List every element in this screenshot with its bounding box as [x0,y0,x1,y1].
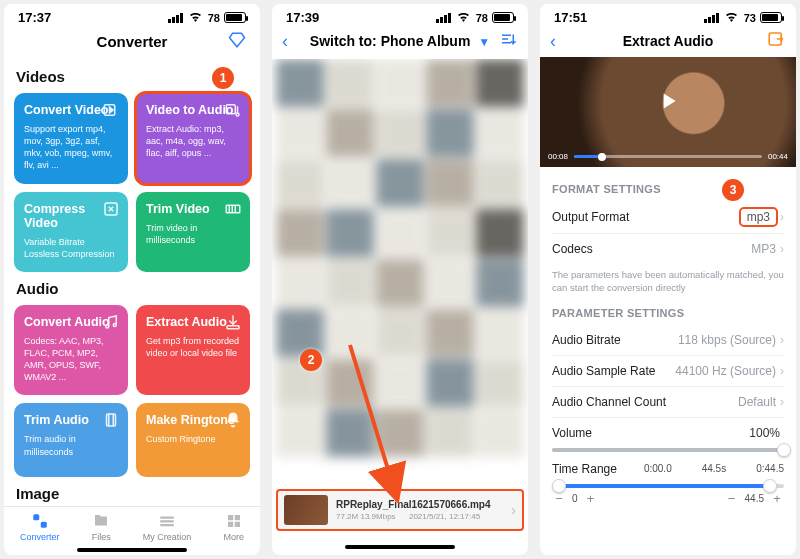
back-button[interactable]: ‹ [550,31,556,52]
annotation-badge-1: 1 [212,67,234,89]
row-value: Default [738,395,776,409]
tab-label: My Creation [143,532,192,542]
svg-rect-7 [227,326,239,329]
range-end-value: 44.5 [745,493,764,504]
trim-audio-icon [102,411,120,429]
card-trim-audio[interactable]: Trim Audio Trim audio in milliseconds [14,403,128,477]
row-value: 100% [749,426,780,440]
row-label: Codecs [552,242,751,256]
video-timebar[interactable]: 00:08 00:44 [548,152,788,161]
card-trim-video[interactable]: Trim Video Trim video in milliseconds [136,192,250,272]
card-video-to-audio[interactable]: Video to Audio Extract Audio: mp3, aac, … [136,93,250,184]
battery-pct: 73 [744,12,756,24]
file-detail: 77.2M 13.9Mbps 2021/5/21, 12:17:45 [336,512,491,521]
row-value: MP3 [751,242,776,256]
svg-rect-9 [33,514,39,520]
page-title: Converter [97,33,168,50]
trim-icon [224,200,242,218]
wifi-icon [457,12,470,24]
status-bar: 17:39 78 [272,4,528,27]
back-button[interactable]: ‹ [282,31,288,52]
wifi-icon [189,12,202,24]
photo-grid[interactable]: 2 RPReplay_Final1621570666.mp4 77.2M 13.… [272,59,528,555]
card-desc: Trim audio in milliseconds [24,433,118,457]
row-value: mp3 [741,209,776,225]
time-range-slider[interactable] [552,484,784,488]
svg-point-5 [106,325,109,328]
battery-icon [492,12,514,23]
row-audio-bitrate[interactable]: Audio Bitrate 118 kbps (Source) › [552,325,784,356]
tab-label: More [223,532,244,542]
range-steppers: − 0 + − 44.5 + [552,492,784,506]
tab-my-creation[interactable]: My Creation [143,512,192,542]
settings-panel: FORMAT SETTINGS 3 Output Format mp3 › Co… [540,173,796,555]
svg-rect-10 [41,522,47,528]
card-desc: Trim video in milliseconds [146,222,240,246]
header: Converter 1 [4,27,260,60]
premium-icon[interactable] [228,31,246,53]
svg-point-6 [113,323,116,326]
svg-rect-11 [160,517,174,519]
card-make-ringtone[interactable]: Make Ringtone Custom Ringtone [136,403,250,477]
export-button[interactable] [766,30,786,52]
card-convert-audio[interactable]: Convert Audio Codecs: AAC, MP3, FLAC, PC… [14,305,128,396]
status-right: 78 [436,12,514,24]
row-label: Audio Sample Rate [552,364,675,378]
range-start-plus[interactable]: + [584,492,598,506]
chevron-right-icon: › [511,502,516,518]
card-convert-video[interactable]: Convert Video Support export mp4, mov, 3… [14,93,128,184]
row-channel-count[interactable]: Audio Channel Count Default › [552,387,784,418]
tab-label: Converter [20,532,60,542]
time-current: 00:08 [548,152,568,161]
row-value: 44100 Hz (Source) [675,364,776,378]
svg-point-2 [236,113,239,116]
svg-rect-8 [107,414,116,426]
card-extract-audio[interactable]: Extract Audio Get mp3 from recorded vide… [136,305,250,396]
tab-more[interactable]: More [223,512,244,542]
status-right: 73 [704,12,782,24]
card-desc: Get mp3 from recorded video or local vid… [146,335,240,359]
battery-pct: 78 [208,12,220,24]
page-title: Switch to: Phone Album [310,33,470,49]
range-end-minus[interactable]: − [725,492,739,506]
battery-icon [224,12,246,23]
chevron-right-icon: › [780,364,784,378]
video-preview[interactable]: 00:08 00:44 [540,57,796,167]
range-end-plus[interactable]: + [770,492,784,506]
card-compress-video[interactable]: Compress Video Variable Bitrate Lossless… [14,192,128,272]
home-indicator [77,548,187,552]
svg-rect-17 [234,522,239,527]
card-desc: Custom Ringtone [146,433,240,445]
wifi-icon [725,12,738,24]
svg-rect-1 [226,105,235,114]
video-scrubber[interactable] [574,155,762,158]
annotation-badge-3: 3 [722,179,744,201]
sort-button[interactable] [498,30,518,52]
screen-album: 17:39 78 ‹ Switch to: Phone Album ▼ 2 [272,4,528,555]
range-start-minus[interactable]: − [552,492,566,506]
row-codecs[interactable]: Codecs MP3 › [552,234,784,264]
svg-rect-15 [234,515,239,520]
time-total: 00:44 [768,152,788,161]
header: ‹ Extract Audio [540,27,796,57]
svg-rect-12 [160,520,174,522]
section-title-image: Image [16,485,250,502]
play-icon[interactable] [655,88,681,118]
volume-slider[interactable] [552,448,784,452]
section-parameter-settings: PARAMETER SETTINGS [552,307,784,319]
tab-converter[interactable]: Converter [20,512,60,542]
album-switcher[interactable]: Switch to: Phone Album ▼ [310,33,490,49]
row-label: Volume [552,426,749,440]
row-time-range: Time Range 0:00.0 44.5s 0:44.5 [552,456,784,478]
tab-bar: Converter Files My Creation More [4,506,260,545]
convert-icon [102,101,120,119]
row-label: Audio Channel Count [552,395,738,409]
row-output-format[interactable]: Output Format mp3 › [552,201,784,234]
header: ‹ Switch to: Phone Album ▼ [272,27,528,59]
range-start: 0:00.0 [644,463,672,474]
page-title: Extract Audio [623,33,714,49]
clock: 17:39 [286,10,319,25]
format-hint: The parameters have been automatically m… [552,264,784,297]
row-sample-rate[interactable]: Audio Sample Rate 44100 Hz (Source) › [552,356,784,387]
tab-files[interactable]: Files [92,512,111,542]
